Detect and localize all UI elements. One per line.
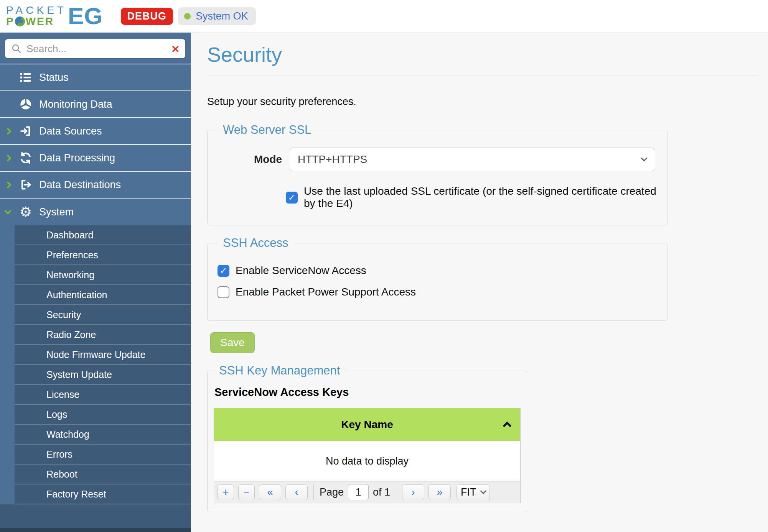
- page-number-input[interactable]: [348, 484, 369, 500]
- main-content: Security Setup your security preferences…: [191, 33, 768, 532]
- title-divider: [207, 76, 759, 76]
- first-page-button[interactable]: «: [259, 484, 281, 500]
- chevron-right-icon: [4, 128, 11, 135]
- save-button[interactable]: Save: [210, 332, 255, 353]
- ssh-access-panel: SSH Access ✓ Enable ServiceNow Access En…: [207, 236, 667, 321]
- ssl-certificate-checkbox-label: Use the last uploaded SSL certificate (o…: [304, 185, 657, 210]
- servicenow-access-keys-title: ServiceNow Access Keys: [214, 386, 521, 399]
- sidebar-item-license[interactable]: License: [15, 385, 191, 405]
- web-server-ssl-panel: Web Server SSL Mode HTTP+HTTPS ✓ Use the…: [207, 123, 667, 225]
- data-out-icon: [18, 177, 33, 192]
- sidebar-item-security[interactable]: Security: [15, 305, 191, 325]
- table-pagination-bar: + − « ‹ Page of 1 › » FIT: [214, 481, 520, 503]
- chevron-right-icon: [4, 154, 11, 161]
- sidebar-item-label: Data Destinations: [39, 179, 121, 191]
- sidebar-bottom-strip: [0, 528, 191, 532]
- clear-search-icon[interactable]: ×: [171, 42, 179, 55]
- chevron-down-icon: [480, 488, 486, 494]
- sidebar-item-logs[interactable]: Logs: [15, 405, 191, 425]
- sidebar: × Status Monitoring Data: [0, 33, 191, 532]
- sidebar-item-data-sources[interactable]: Data Sources: [0, 118, 191, 145]
- web-server-ssl-legend: Web Server SSL: [218, 123, 316, 137]
- sidebar-item-system-update[interactable]: System Update: [15, 365, 191, 385]
- ssh-access-legend: SSH Access: [218, 236, 293, 250]
- sidebar-item-radio-zone[interactable]: Radio Zone: [15, 325, 191, 345]
- search-input[interactable]: [26, 43, 171, 55]
- sidebar-item-errors[interactable]: Errors: [15, 445, 191, 465]
- pager-separator: [396, 484, 396, 500]
- debug-badge: DEBUG: [121, 8, 173, 25]
- chevron-down-icon: [641, 155, 648, 162]
- ssl-certificate-checkbox[interactable]: ✓: [286, 192, 298, 204]
- page-subtitle: Setup your security preferences.: [207, 96, 759, 108]
- gear-icon: ⚙: [18, 205, 33, 219]
- ssh-key-management-legend: SSH Key Management: [214, 364, 344, 378]
- sidebar-item-preferences[interactable]: Preferences: [15, 245, 191, 265]
- ssl-mode-select[interactable]: HTTP+HTTPS: [289, 148, 655, 171]
- search-box[interactable]: ×: [5, 39, 185, 58]
- logo-o-icon: [15, 16, 25, 26]
- sidebar-item-data-processing[interactable]: Data Processing: [0, 145, 191, 172]
- page-size-value: FIT: [461, 486, 476, 498]
- logo-text-power: PWER: [6, 16, 67, 27]
- sidebar-item-watchdog[interactable]: Watchdog: [15, 425, 191, 445]
- ssh-key-management-panel: SSH Key Management ServiceNow Access Key…: [207, 364, 527, 512]
- sidebar-item-monitoring-data[interactable]: Monitoring Data: [0, 91, 191, 118]
- sidebar-item-label: Data Processing: [39, 152, 115, 164]
- status-ok-dot-icon: [184, 13, 191, 20]
- sidebar-item-label: Monitoring Data: [39, 99, 112, 110]
- gauge-icon: [18, 97, 33, 112]
- refresh-icon: [18, 151, 33, 165]
- last-page-button[interactable]: »: [428, 484, 451, 500]
- packet-power-eg-logo: PACKET PWER EG: [6, 5, 103, 27]
- next-page-button[interactable]: ›: [402, 484, 424, 500]
- system-submenu: Dashboard Preferences Networking Authent…: [0, 225, 191, 504]
- page-size-select[interactable]: FIT: [457, 484, 490, 500]
- chevron-right-icon: [4, 181, 11, 188]
- mode-label: Mode: [218, 153, 282, 166]
- enable-support-label: Enable Packet Power Support Access: [236, 286, 416, 298]
- access-keys-table: Key Name No data to display + − « ‹ Page…: [214, 408, 521, 503]
- sidebar-item-factory-reset[interactable]: Factory Reset: [15, 484, 191, 504]
- sidebar-item-data-destinations[interactable]: Data Destinations: [0, 172, 191, 199]
- sidebar-item-authentication[interactable]: Authentication: [15, 285, 191, 305]
- sidebar-item-label: Status: [39, 72, 69, 84]
- enable-servicenow-checkbox[interactable]: ✓: [218, 265, 229, 277]
- logo-text-packet: PACKET: [6, 5, 67, 16]
- chevron-down-icon: [4, 207, 11, 214]
- pager-separator: [313, 484, 314, 500]
- page-count-label: of 1: [373, 486, 390, 498]
- sidebar-item-label: Data Sources: [39, 125, 102, 137]
- sort-ascending-icon: [503, 422, 512, 430]
- enable-servicenow-label: Enable ServiceNow Access: [236, 264, 366, 277]
- sidebar-item-status[interactable]: Status: [0, 64, 191, 91]
- topbar: PACKET PWER EG DEBUG System OK: [0, 0, 768, 33]
- search-icon: [11, 43, 22, 54]
- list-icon: [18, 70, 33, 85]
- sidebar-item-networking[interactable]: Networking: [15, 265, 191, 285]
- sidebar-item-node-firmware-update[interactable]: Node Firmware Update: [15, 345, 191, 365]
- previous-page-button[interactable]: ‹: [285, 484, 308, 500]
- sidebar-item-system[interactable]: ⚙ System: [0, 199, 191, 225]
- sidebar-filler: [0, 504, 191, 528]
- sidebar-item-label: System: [39, 206, 74, 218]
- key-name-column-header[interactable]: Key Name: [214, 408, 520, 441]
- sidebar-item-reboot[interactable]: Reboot: [15, 465, 191, 484]
- sidebar-item-dashboard[interactable]: Dashboard: [15, 225, 191, 245]
- system-status-badge: System OK: [178, 7, 256, 25]
- page-label: Page: [320, 486, 344, 498]
- data-in-icon: [18, 124, 33, 138]
- page-title: Security: [207, 43, 759, 66]
- enable-support-checkbox[interactable]: [218, 286, 229, 298]
- add-key-button[interactable]: +: [218, 484, 234, 500]
- empty-table-message: No data to display: [214, 441, 520, 481]
- logo-text-eg: EG: [68, 5, 103, 27]
- sidebar-nav: Status Monitoring Data Data Sources: [0, 64, 191, 225]
- remove-key-button[interactable]: −: [238, 484, 255, 500]
- ssl-mode-value: HTTP+HTTPS: [298, 153, 367, 166]
- status-badge-label: System OK: [196, 10, 248, 22]
